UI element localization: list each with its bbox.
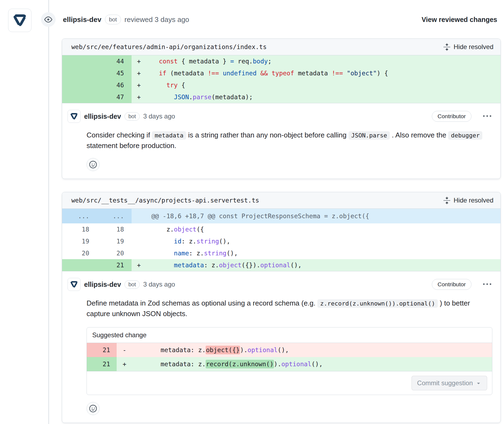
line-number: 21 [97, 259, 132, 271]
timeline-connector-line [48, 0, 49, 424]
code-line: JSON.parse(metadata); [150, 91, 500, 103]
line-number [62, 55, 97, 67]
diff-row-add: 47+ JSON.parse(metadata); [62, 91, 500, 103]
diff-sign: + [132, 91, 150, 103]
review-header: ellipsis-dev bot reviewed 3 days ago Vie… [63, 12, 497, 27]
comment-menu-button[interactable] [482, 111, 492, 121]
file-path-link[interactable]: web/src/__tests__/async/projects-api.ser… [71, 197, 259, 204]
contributor-badge: Contributor [432, 111, 471, 122]
eye-icon [44, 15, 52, 24]
diff-row-add: 44+ const { metadata } = req.body; [62, 55, 500, 67]
bot-badge: bot [125, 280, 140, 289]
comment-avatar[interactable] [68, 278, 81, 291]
inline-code: z.record(z.unknown()).optional() [317, 299, 438, 308]
comment-header: ellipsis-dev bot 3 days ago Contributor [68, 278, 492, 291]
line-number: 47 [97, 91, 132, 103]
diff-sign: + [132, 259, 150, 271]
line-number: 21 [87, 343, 117, 357]
code-line: const { metadata } = req.body; [150, 55, 500, 67]
comment-timestamp[interactable]: 3 days ago [143, 113, 175, 120]
bot-badge: bot [105, 15, 121, 24]
code-line: name: z.string(), [150, 247, 500, 259]
file-header: web/src/__tests__/async/projects-api.ser… [62, 192, 500, 209]
comment-menu-button[interactable] [482, 279, 492, 290]
diff-sign: + [132, 79, 150, 91]
code-line: metadata: z.record(z.unknown()).optional… [137, 357, 492, 371]
diff-row-del: 21- metadata: z.object({}).optional(), [87, 343, 492, 357]
inline-code: debugger [448, 131, 482, 140]
diff-table: 44+ const { metadata } = req.body;45+ if… [62, 55, 500, 103]
line-number: 45 [97, 67, 132, 79]
file-header: web/src/ee/features/admin-api/organizati… [62, 39, 500, 55]
reviewer-avatar[interactable] [8, 9, 31, 32]
line-number: 19 [62, 235, 97, 247]
review-action-text: reviewed 3 days ago [125, 15, 189, 24]
code-line: z.object({ [150, 223, 500, 235]
suggested-change-block: Suggested change 21- metadata: z.object(… [87, 327, 492, 395]
comment-body: Consider checking if metadata is a strin… [87, 130, 492, 151]
kebab-horizontal-icon [483, 112, 491, 120]
diff-sign: + [132, 55, 150, 67]
suggestion-diff-table: 21- metadata: z.object({}).optional(),21… [87, 343, 492, 371]
ellipsis-logo-icon [70, 280, 78, 289]
comment-author-link[interactable]: ellipsis-dev [84, 281, 121, 288]
hide-resolved-button[interactable]: Hide resolved [443, 43, 493, 51]
comment-header: ellipsis-dev bot 3 days ago Contributor [68, 110, 492, 123]
code-line: id: z.string(), [150, 235, 500, 247]
fold-icon [443, 197, 451, 204]
reviewer-name-link[interactable]: ellipsis-dev [63, 15, 101, 24]
suggested-change-title: Suggested change [87, 327, 492, 343]
review-comment: ellipsis-dev bot 3 days ago Contributor … [62, 103, 500, 179]
commit-suggestion-button[interactable]: Commit suggestion [412, 376, 487, 390]
diff-sign [132, 235, 150, 247]
line-number: 21 [87, 357, 117, 371]
view-reviewed-changes-link[interactable]: View reviewed changes [422, 16, 497, 24]
diff-row-ctx: 2020 name: z.string(), [62, 247, 500, 259]
line-number: 18 [97, 223, 132, 235]
code-line: if (metadata !== undefined && typeof met… [150, 67, 500, 79]
triangle-down-icon [476, 380, 481, 386]
line-number [62, 259, 97, 271]
file-path-link[interactable]: web/src/ee/features/admin-api/organizati… [71, 43, 267, 50]
diff-row-add: 21+ metadata: z.object({}).optional(), [62, 259, 500, 271]
review-eye-badge [41, 12, 56, 27]
suggestion-footer: Commit suggestion [87, 371, 492, 395]
commit-suggestion-label: Commit suggestion [417, 379, 473, 387]
code-line: @@ -18,6 +18,7 @@ const ProjectResponseS… [150, 209, 500, 223]
ellipsis-logo-icon [12, 12, 28, 28]
line-number: 20 [62, 247, 97, 259]
smiley-icon [89, 405, 97, 412]
diff-row-hunk: ......@@ -18,6 +18,7 @@ const ProjectRes… [62, 209, 500, 223]
fold-icon [443, 43, 451, 51]
line-number: 46 [97, 79, 132, 91]
diff-sign [132, 247, 150, 259]
comment-timestamp[interactable]: 3 days ago [143, 281, 175, 288]
review-comment: ellipsis-dev bot 3 days ago Contributor … [62, 271, 500, 423]
contributor-badge: Contributor [432, 279, 471, 290]
comment-author-link[interactable]: ellipsis-dev [84, 113, 121, 120]
line-number: ... [97, 209, 132, 223]
line-number [62, 91, 97, 103]
kebab-horizontal-icon [483, 280, 491, 288]
diff-row-ctx: 1818 z.object({ [62, 223, 500, 235]
line-number: 44 [97, 55, 132, 67]
add-reaction-button[interactable] [87, 402, 100, 415]
comment-avatar[interactable] [68, 110, 81, 123]
line-number [62, 79, 97, 91]
diff-sign [132, 223, 150, 235]
pr-review-timeline: ellipsis-dev bot reviewed 3 days ago Vie… [0, 0, 504, 424]
line-number: ... [62, 209, 97, 223]
hide-resolved-label: Hide resolved [454, 197, 493, 204]
diff-sign: + [132, 67, 150, 79]
review-thread-card-2: web/src/__tests__/async/projects-api.ser… [62, 192, 501, 423]
diff-sign: + [117, 357, 137, 371]
hide-resolved-button[interactable]: Hide resolved [443, 197, 493, 204]
line-number [62, 67, 97, 79]
add-reaction-button[interactable] [87, 158, 100, 171]
line-number: 20 [97, 247, 132, 259]
diff-row-add: 46+ try { [62, 79, 500, 91]
diff-row-add: 21+ metadata: z.record(z.unknown()).opti… [87, 357, 492, 371]
code-line: try { [150, 79, 500, 91]
code-line: metadata: z.object({}).optional(), [137, 343, 492, 357]
inline-code: JSON.parse [349, 131, 390, 140]
